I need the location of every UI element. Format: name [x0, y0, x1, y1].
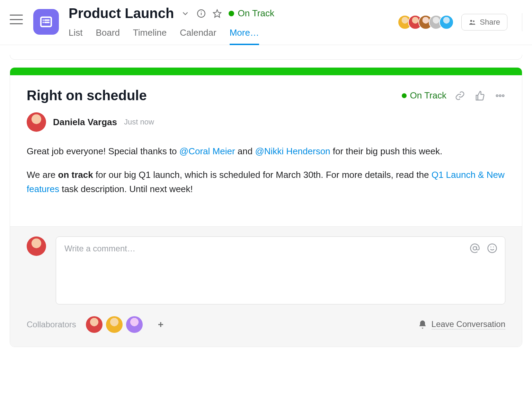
leave-conversation-label: Leave Conversation	[432, 319, 505, 329]
project-tabs: List Board Timeline Calendar More…	[69, 27, 398, 45]
svg-point-9	[470, 20, 472, 22]
member-avatars[interactable]	[398, 15, 454, 29]
header-right: Share	[398, 13, 522, 31]
comment-section: Collaborators Leave Conversation	[10, 226, 522, 347]
tab-list[interactable]: List	[69, 27, 82, 45]
status-badge[interactable]: On Track	[402, 90, 446, 101]
avatar[interactable]	[439, 15, 454, 29]
tab-calendar[interactable]: Calendar	[180, 27, 216, 45]
at-mention-icon[interactable]	[470, 243, 480, 253]
share-label: Share	[480, 18, 500, 27]
people-icon	[469, 18, 476, 26]
mention-coral[interactable]: @Coral Meier	[179, 146, 235, 156]
body-text: for our big Q1 launch, which is schedule…	[93, 170, 432, 180]
comment-input[interactable]	[64, 244, 459, 296]
status-dot-icon	[402, 93, 407, 98]
project-icon[interactable]	[33, 9, 59, 35]
star-icon[interactable]	[213, 9, 222, 18]
author-name[interactable]: Daniela Vargas	[53, 117, 117, 128]
svg-point-10	[473, 20, 475, 22]
info-icon[interactable]	[197, 9, 206, 18]
tab-board[interactable]: Board	[96, 27, 119, 45]
avatar[interactable]	[126, 316, 143, 333]
bell-icon	[418, 320, 427, 329]
tab-timeline[interactable]: Timeline	[133, 27, 167, 45]
avatar[interactable]	[86, 316, 103, 333]
header-main: Product Launch On Track List Board Timel…	[69, 6, 398, 45]
link-icon[interactable]	[455, 90, 465, 101]
tab-more[interactable]: More…	[230, 27, 259, 45]
body-text: task description. Until next week!	[59, 184, 193, 194]
project-status-text: On Track	[238, 8, 274, 19]
body-text: for their big push this week.	[330, 146, 443, 156]
collaborators-label: Collaborators	[27, 320, 76, 329]
content-area: Right on schedule On Track	[0, 45, 532, 357]
status-badge-text: On Track	[410, 90, 446, 101]
chevron-down-icon[interactable]	[181, 9, 190, 18]
project-title: Product Launch	[69, 6, 174, 21]
status-update-card: Right on schedule On Track	[10, 67, 522, 347]
body-text: We are	[27, 170, 58, 180]
mention-nikki[interactable]: @Nikki Henderson	[255, 146, 330, 156]
status-body: Great job everyone! Special thanks to @C…	[27, 144, 505, 196]
status-stripe	[10, 68, 522, 75]
project-status[interactable]: On Track	[229, 8, 274, 19]
project-header: Product Launch On Track List Board Timel…	[0, 0, 532, 45]
author-avatar[interactable]	[27, 112, 46, 132]
svg-point-15	[488, 244, 497, 252]
svg-marker-8	[214, 10, 221, 17]
body-text: and	[235, 146, 255, 156]
previous-card-edge	[10, 55, 522, 60]
svg-point-13	[502, 95, 504, 96]
svg-point-11	[496, 95, 498, 96]
body-bold: on track	[58, 170, 93, 180]
body-text: Great job everyone! Special thanks to	[27, 146, 179, 156]
avatar[interactable]	[106, 316, 123, 333]
divider	[522, 13, 522, 31]
current-user-avatar[interactable]	[27, 236, 46, 256]
status-dot-icon	[229, 11, 234, 16]
thumbs-up-icon[interactable]	[475, 90, 485, 101]
leave-conversation-button[interactable]: Leave Conversation	[418, 319, 505, 329]
svg-point-14	[473, 247, 477, 250]
add-collaborator-button[interactable]	[152, 316, 169, 333]
author-byline: Daniela Vargas Just now	[27, 112, 505, 132]
status-title: Right on schedule	[27, 88, 402, 103]
share-button[interactable]: Share	[461, 14, 507, 31]
comment-box[interactable]	[56, 236, 505, 304]
emoji-icon[interactable]	[487, 243, 497, 253]
menu-icon[interactable]	[10, 15, 23, 24]
more-icon[interactable]	[495, 90, 505, 101]
timestamp: Just now	[124, 118, 154, 127]
svg-point-12	[499, 95, 501, 96]
collaborator-avatars	[86, 316, 143, 333]
